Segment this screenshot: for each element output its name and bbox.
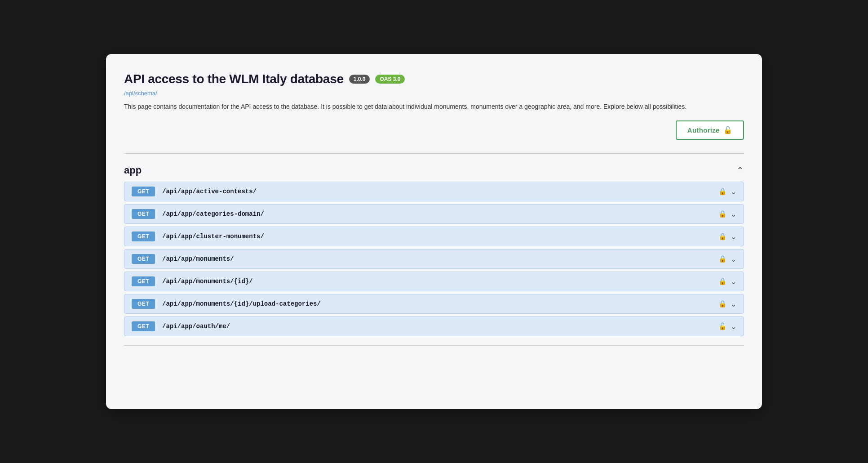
lock-closed-icon: 🔒: [718, 187, 727, 196]
lock-closed-icon: 🔒: [718, 300, 727, 308]
method-badge: GET: [132, 321, 155, 331]
oas-badge: OAS 3.0: [375, 75, 405, 84]
section-title: app: [124, 165, 142, 176]
method-badge: GET: [132, 254, 155, 264]
endpoint-row[interactable]: GET/api/app/oauth/me/🔓⌄: [124, 316, 744, 336]
authorize-button[interactable]: Authorize 🔓: [676, 120, 744, 140]
endpoint-actions: 🔒⌄: [718, 300, 736, 308]
endpoint-actions: 🔒⌄: [718, 232, 736, 241]
endpoint-row[interactable]: GET/api/app/monuments/🔒⌄: [124, 249, 744, 269]
chevron-down-icon[interactable]: ⌄: [731, 232, 736, 241]
chevron-down-icon[interactable]: ⌄: [731, 277, 736, 286]
endpoint-path: /api/app/monuments/{id}/: [162, 278, 718, 285]
chevron-down-icon[interactable]: ⌄: [731, 300, 736, 308]
endpoint-list: GET/api/app/active-contests/🔒⌄GET/api/ap…: [124, 182, 744, 336]
app-section: app ⌃ GET/api/app/active-contests/🔒⌄GET/…: [124, 165, 744, 336]
endpoint-actions: 🔒⌄: [718, 255, 736, 263]
authorize-label: Authorize: [687, 126, 720, 134]
endpoint-path: /api/app/active-contests/: [162, 188, 718, 195]
lock-closed-icon: 🔒: [718, 255, 727, 263]
section-divider: [124, 345, 744, 346]
chevron-down-icon[interactable]: ⌄: [731, 255, 736, 263]
lock-icon: 🔓: [723, 126, 732, 134]
section-collapse-icon[interactable]: ⌃: [736, 165, 744, 176]
main-window: API access to the WLM Italy database 1.0…: [106, 54, 762, 409]
section-header: app ⌃: [124, 165, 744, 176]
method-badge: GET: [132, 299, 155, 309]
method-badge: GET: [132, 276, 155, 286]
endpoint-path: /api/app/cluster-monuments/: [162, 233, 718, 240]
method-badge: GET: [132, 187, 155, 196]
method-badge: GET: [132, 232, 155, 241]
endpoint-actions: 🔒⌄: [718, 187, 736, 196]
description-text: This page contains documentation for the…: [124, 102, 744, 111]
method-badge: GET: [132, 209, 155, 219]
lock-open-icon: 🔓: [718, 322, 727, 330]
title-row: API access to the WLM Italy database 1.0…: [124, 72, 744, 86]
chevron-down-icon[interactable]: ⌄: [731, 187, 736, 196]
endpoint-path: /api/app/categories-domain/: [162, 210, 718, 218]
endpoint-row[interactable]: GET/api/app/cluster-monuments/🔒⌄: [124, 227, 744, 246]
endpoint-row[interactable]: GET/api/app/active-contests/🔒⌄: [124, 182, 744, 201]
header-section: API access to the WLM Italy database 1.0…: [124, 72, 744, 154]
endpoint-actions: 🔓⌄: [718, 322, 736, 331]
endpoint-path: /api/app/monuments/{id}/upload-categorie…: [162, 300, 718, 307]
chevron-down-icon[interactable]: ⌄: [731, 210, 736, 218]
version-badge: 1.0.0: [349, 75, 370, 84]
lock-closed-icon: 🔒: [718, 232, 727, 240]
chevron-down-icon[interactable]: ⌄: [731, 322, 736, 331]
endpoint-actions: 🔒⌄: [718, 277, 736, 286]
page-title: API access to the WLM Italy database: [124, 72, 344, 86]
endpoint-row[interactable]: GET/api/app/monuments/{id}/upload-catego…: [124, 294, 744, 314]
schema-link[interactable]: /api/schema/: [124, 90, 744, 97]
endpoint-actions: 🔒⌄: [718, 210, 736, 218]
endpoint-path: /api/app/oauth/me/: [162, 323, 718, 330]
lock-closed-icon: 🔒: [718, 210, 727, 218]
authorize-row: Authorize 🔓: [124, 120, 744, 140]
endpoint-row[interactable]: GET/api/app/monuments/{id}/🔒⌄: [124, 272, 744, 291]
endpoint-path: /api/app/monuments/: [162, 255, 718, 263]
lock-closed-icon: 🔒: [718, 277, 727, 285]
endpoint-row[interactable]: GET/api/app/categories-domain/🔒⌄: [124, 204, 744, 224]
